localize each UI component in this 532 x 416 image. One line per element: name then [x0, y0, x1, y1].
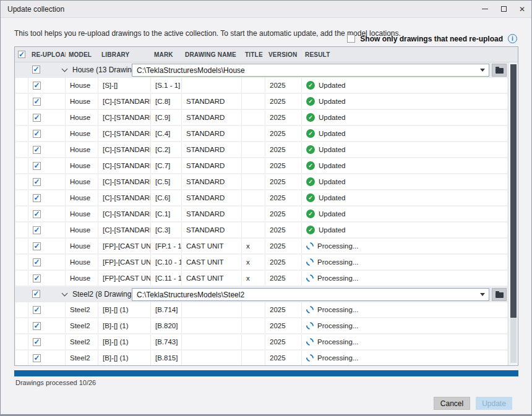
re-upload-checkbox[interactable] [33, 130, 41, 138]
result-cell: Processing... [301, 318, 507, 333]
title-cell: x [241, 271, 265, 286]
re-upload-cell [28, 206, 65, 221]
dropdown-arrow-icon [480, 69, 485, 72]
title-cell [241, 334, 265, 349]
library-cell: [S]-[] [98, 78, 150, 93]
dropdown-arrow-icon [480, 293, 485, 296]
table-body: House (13 Drawings)C:\TeklaStructuresMod… [15, 62, 508, 365]
re-upload-cell [28, 350, 65, 365]
re-upload-checkbox[interactable] [33, 114, 41, 122]
scrollbar-thumb[interactable] [510, 64, 517, 318]
re-upload-checkbox[interactable] [33, 194, 41, 202]
close-icon: ✕ [519, 5, 525, 14]
progress-label: Drawings processed 10/26 [15, 379, 96, 386]
cancel-button[interactable]: Cancel [434, 397, 470, 410]
maximize-button[interactable] [494, 1, 513, 17]
table-row: House[C]-[STANDARD][C.4]STANDARD2025Upda… [15, 126, 507, 141]
group-checkbox[interactable] [32, 290, 40, 298]
version-cell: 2025 [265, 255, 301, 270]
mark-cell: [C.6] [150, 190, 181, 205]
table-row: House[C]-[STANDARD][C.8]STANDARD2025Upda… [15, 94, 507, 109]
chevron-down-icon[interactable] [62, 66, 68, 72]
updated-check-icon [306, 193, 315, 202]
model-path-combobox[interactable]: C:\TeklaStructuresModels\House [132, 64, 489, 77]
updated-check-icon [306, 177, 315, 186]
browse-folder-button[interactable] [492, 64, 507, 77]
re-upload-cell [28, 302, 65, 317]
result-label: Updated [319, 210, 345, 218]
re-upload-checkbox[interactable] [33, 274, 41, 282]
re-upload-cell [28, 142, 65, 157]
re-upload-checkbox[interactable] [33, 162, 41, 170]
version-cell: 2025 [265, 174, 301, 189]
mark-cell: [FP.1 - 1] [150, 239, 181, 253]
window-title: Update collection [1, 5, 64, 14]
result-label: Processing... [317, 338, 358, 346]
re-upload-checkbox[interactable] [33, 98, 41, 106]
close-button[interactable]: ✕ [513, 1, 531, 17]
select-cell [15, 158, 28, 173]
re-upload-checkbox[interactable] [33, 322, 41, 330]
version-cell: 2025 [265, 334, 301, 349]
drawing-name-cell [181, 78, 241, 93]
result-label: Updated [319, 162, 345, 169]
processing-spinner-icon [305, 353, 315, 363]
title-cell [241, 206, 265, 221]
re-upload-checkbox[interactable] [33, 258, 41, 266]
model-cell: House [65, 110, 98, 125]
table-header: RE-UPLOADMODELLIBRARYMARKDRAWING NAMETIT… [15, 47, 518, 62]
browse-folder-button[interactable] [492, 288, 507, 301]
re-upload-cell [28, 223, 65, 237]
re-upload-checkbox[interactable] [33, 178, 41, 186]
update-collection-dialog: Update collection ✕ This tool helps you … [0, 0, 532, 416]
re-upload-cell [28, 318, 65, 333]
re-upload-checkbox[interactable] [33, 226, 41, 234]
model-cell: House [65, 174, 98, 189]
drawing-name-cell: STANDARD [181, 206, 241, 221]
library-cell: [C]-[STANDARD] [98, 110, 150, 125]
re-upload-checkbox[interactable] [33, 242, 41, 250]
maximize-icon [501, 6, 507, 12]
re-upload-checkbox[interactable] [33, 82, 41, 90]
version-cell: 2025 [265, 158, 301, 173]
re-upload-checkbox[interactable] [33, 306, 41, 314]
minimize-button[interactable] [476, 1, 494, 17]
drawing-name-cell: STANDARD [181, 110, 241, 125]
result-cell: Processing... [301, 255, 507, 270]
show-only-needed-checkbox[interactable] [347, 35, 355, 43]
table-row: House[FP]-[CAST UNIT][C.11 - 1]CAST UNIT… [15, 271, 507, 286]
result-label: Processing... [317, 242, 358, 250]
select-cell [15, 94, 28, 109]
result-label: Updated [319, 98, 345, 105]
re-upload-checkbox[interactable] [33, 338, 41, 346]
drawing-name-cell: CAST UNIT [181, 239, 241, 253]
re-upload-cell [28, 190, 65, 205]
group-checkbox[interactable] [32, 66, 40, 74]
select-all-checkbox[interactable] [18, 51, 25, 58]
library-cell: [FP]-[CAST UNIT] [98, 271, 150, 286]
updated-check-icon [306, 129, 315, 138]
updated-check-icon [306, 145, 315, 154]
titlebar: Update collection ✕ [1, 1, 531, 18]
chevron-down-icon[interactable] [62, 291, 68, 297]
model-cell: Steel2 [65, 318, 98, 333]
library-cell: [C]-[STANDARD] [98, 94, 150, 109]
re-upload-checkbox[interactable] [33, 354, 41, 362]
result-label: Processing... [317, 258, 358, 266]
model-cell: House [65, 142, 98, 157]
mark-cell: [S.1 - 1] [150, 78, 181, 93]
model-path-combobox[interactable]: C:\TeklaStructuresModels\Steel2 [132, 288, 489, 301]
title-cell [241, 78, 265, 93]
re-upload-checkbox[interactable] [33, 146, 41, 154]
title-cell [241, 223, 265, 237]
mark-cell: [B.815] [150, 350, 181, 365]
update-button[interactable]: Update [476, 397, 512, 410]
info-icon[interactable]: i [508, 34, 517, 43]
version-cell: 2025 [265, 110, 301, 125]
result-cell: Updated [301, 223, 507, 237]
re-upload-checkbox[interactable] [33, 210, 41, 218]
result-cell: Updated [301, 94, 507, 109]
drawing-name-cell: STANDARD [181, 158, 241, 173]
select-cell [15, 334, 28, 349]
vertical-scrollbar[interactable] [508, 62, 518, 365]
